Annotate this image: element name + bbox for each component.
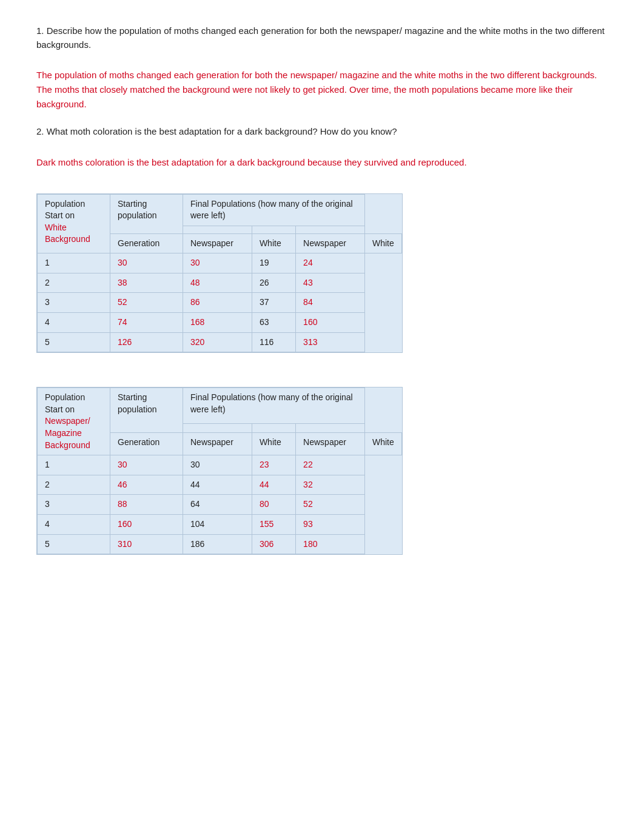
table1-gen-1: 1 [38,253,110,273]
table1-starting-header: Starting population [110,194,183,233]
table1-title-line4: Background [45,234,90,244]
table1-news-final-4: 63 [252,313,295,333]
table2-white-start-2: 44 [183,475,252,495]
table2-news-start-5: 310 [110,534,183,554]
table2-news-start-3: 88 [110,495,183,515]
table1-col-white-empty [183,226,252,233]
table2-col-white-empty [183,424,252,433]
question-2: 2. What moth coloration is the best adap… [36,125,608,139]
table1-title-line1: Population [45,199,85,209]
table2-news-final-1: 23 [252,455,295,475]
table2-white-start-3: 64 [183,495,252,515]
table1-news-start-2: 38 [110,273,183,293]
table2-white-start-1: 30 [183,455,252,475]
table2-news-final-5: 306 [252,534,295,554]
table1-gen-4: 4 [38,313,110,333]
table2-news-final-2: 44 [252,475,295,495]
table-1: Population Start on White Background Sta… [36,193,403,354]
table-row: 388648052 [38,495,402,515]
table2-title-line5: Background [45,440,90,450]
table2-news-start-1: 30 [110,455,183,475]
table1-col-newspaper2-empty [252,226,295,233]
table2-final-header: Final Populations (how many of the origi… [183,388,365,424]
table1-col-generation-header: Generation [110,233,183,253]
table2-col-white2-header: White [365,433,402,455]
table1-white-final-2: 43 [296,273,365,293]
table2-starting-header: Starting population [110,388,183,433]
table2-white-final-5: 180 [296,534,365,554]
table-2: Population Start on Newspaper/ Magazine … [36,387,403,555]
table1-gen-2: 2 [38,273,110,293]
table2-gen-5: 5 [38,534,110,554]
table1-col-white2-empty [296,226,365,233]
table1-news-final-5: 116 [252,332,295,352]
table2-col-generation-header: Generation [110,433,183,455]
table2-white-final-2: 32 [296,475,365,495]
table1-white-final-4: 160 [296,313,365,333]
table1-col-newspaper2-header: Newspaper [296,233,365,253]
table1-news-start-3: 52 [110,293,183,313]
table2-gen-4: 4 [38,515,110,535]
table2-title-cell: Population Start on Newspaper/ Magazine … [38,388,110,455]
table-row: 352863784 [38,293,402,313]
table2-col-newspaper2-header: Newspaper [296,433,365,455]
table2-gen-2: 2 [38,475,110,495]
table-row: 5126320116313 [38,332,402,352]
table-row: 5310186306180 [38,534,402,554]
table1-gen-3: 3 [38,293,110,313]
table-row: 47416863160 [38,313,402,333]
table2-title-line1: Population [45,392,85,402]
table1-white-start-5: 320 [183,332,252,352]
table1-col-white2-header: White [365,233,402,253]
table2-white-start-4: 104 [183,515,252,535]
table1-col-white-header: White [252,233,295,253]
table-row: 238482643 [38,273,402,293]
table2-news-start-2: 46 [110,475,183,495]
table2-col-newspaper-header: Newspaper [183,433,252,455]
table2-news-final-4: 155 [252,515,295,535]
table1-white-start-2: 48 [183,273,252,293]
answer-1: The population of moths changed each gen… [36,68,608,112]
table2-news-final-3: 80 [252,495,295,515]
table2-white-final-1: 22 [296,455,365,475]
table-row: 130301924 [38,253,402,273]
table1-final-header: Final Populations (how many of the origi… [183,194,365,226]
table2-white-start-5: 186 [183,534,252,554]
table1-col-newspaper-header: Newspaper [183,233,252,253]
table1-news-start-5: 126 [110,332,183,352]
table1-white-final-1: 24 [296,253,365,273]
question-1: 1. Describe how the population of moths … [36,24,608,52]
table2-news-start-4: 160 [110,515,183,535]
table2-title-line3: Newspaper/ [45,416,90,426]
table-row: 246444432 [38,475,402,495]
table1-news-final-2: 26 [252,273,295,293]
table2-gen-3: 3 [38,495,110,515]
table-row: 130302322 [38,455,402,475]
table1-news-final-3: 37 [252,293,295,313]
table1-news-start-4: 74 [110,313,183,333]
table1-white-start-4: 168 [183,313,252,333]
table1-white-final-3: 84 [296,293,365,313]
table1-news-final-1: 19 [252,253,295,273]
table1-white-final-5: 313 [296,332,365,352]
table1-news-start-1: 30 [110,253,183,273]
table1-white-start-3: 86 [183,293,252,313]
table1-title-cell: Population Start on White Background [38,194,110,253]
table2-white-final-3: 52 [296,495,365,515]
table1-title-line3: White [45,223,67,232]
table-row: 416010415593 [38,515,402,535]
table2-gen-1: 1 [38,455,110,475]
table1-white-start-1: 30 [183,253,252,273]
table2-white-final-4: 93 [296,515,365,535]
table2-col-newspaper2-empty [252,424,295,433]
table2-col-white-header: White [252,433,295,455]
table2-col-white2-empty [296,424,365,433]
table2-title-line4: Magazine [45,428,82,438]
answer-2: Dark moths coloration is the best adapta… [36,155,608,170]
table2-title-line2: Start on [45,404,75,414]
table1-gen-5: 5 [38,332,110,352]
table1-title-line2: Start on [45,210,75,220]
